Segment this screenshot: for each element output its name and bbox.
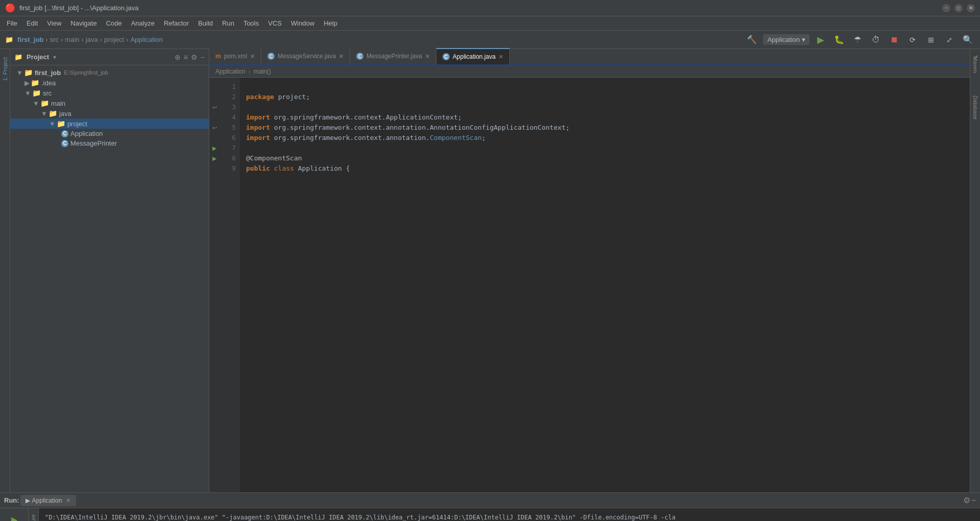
run-label: Run: [4, 496, 19, 504]
code-breadcrumb-method[interactable]: main() [254, 68, 271, 75]
tree-item-java[interactable]: ▼ 📁 java [10, 108, 209, 119]
sync-button[interactable]: ⟳ [905, 33, 920, 47]
app-logo: 🔴 [5, 3, 15, 13]
tree-item-application[interactable]: C Application [10, 129, 209, 138]
tree-scope-btn[interactable]: ⊕ [175, 53, 181, 61]
code-breadcrumb: Application › main() [209, 65, 970, 78]
menu-code[interactable]: Code [102, 17, 126, 29]
search-button[interactable]: 🔍 [961, 33, 975, 47]
menu-analyze[interactable]: Analyze [127, 17, 159, 29]
run-button[interactable]: ▶ [814, 33, 828, 47]
tree-messageprinter-label: MessagePrinter [70, 139, 117, 147]
file-tree-folder-icon: 📁 [14, 53, 22, 61]
menu-tools[interactable]: Tools [239, 17, 263, 29]
tree-root-path: E:\Spring\first_job [64, 69, 108, 76]
tab-messageprinter[interactable]: C MessagePrinter.java ✕ [350, 48, 436, 64]
breadcrumb-project[interactable]: project [104, 36, 124, 43]
layout-button[interactable]: ⊞ [924, 33, 938, 47]
close-messageprinter-tab[interactable]: ✕ [425, 53, 430, 60]
menu-navigate[interactable]: Navigate [66, 17, 101, 29]
menu-view[interactable]: View [43, 17, 65, 29]
code-gutter: ↩ ↩ ▶ ▶ [209, 78, 219, 492]
code-editor[interactable]: ↩ ↩ ▶ ▶ 1 2 3 4 5 6 7 8 9 package p [209, 78, 970, 492]
close-application-tab[interactable]: ✕ [499, 54, 503, 60]
tree-item-src[interactable]: ▼ 📁 src [10, 88, 209, 98]
close-pom-tab[interactable]: ✕ [250, 53, 255, 60]
breadcrumb-src[interactable]: src [50, 36, 59, 43]
breadcrumb-java[interactable]: java [86, 36, 98, 43]
tree-project-label: project [67, 120, 87, 128]
breadcrumb-first-job[interactable]: first_job [17, 36, 43, 43]
menu-run[interactable]: Run [218, 17, 238, 29]
run-tab-icon: ▶ [26, 497, 30, 504]
gutter-line-6 [209, 133, 219, 143]
left-tab-strip: 1: Project [0, 49, 10, 492]
tree-project-expand: ▼ [49, 120, 56, 128]
bottom-panel: Run: ▶ Application ✕ ⚙ − ▶ ↑ ⏹ ↓ ⇌ ⊞ ⇥ 🖨… [0, 492, 980, 521]
menu-window[interactable]: Window [287, 17, 318, 29]
editor-tabs-bar: m pom.xml ✕ C MessageService.java ✕ C Me… [209, 49, 970, 65]
title-bar: 🔴 first_job [...\first_job] - ...\Applic… [0, 0, 980, 16]
tab-messageprinter-label: MessagePrinter.java [366, 53, 422, 60]
tree-root[interactable]: ▼ 📁 first_job E:\Spring\first_job [10, 67, 209, 78]
minimize-button[interactable]: − [942, 4, 950, 12]
run-config-dropdown[interactable]: Application ▾ [763, 34, 810, 45]
tree-item-idea[interactable]: ▶ 📁 .idea [10, 78, 209, 88]
menu-help[interactable]: Help [320, 17, 341, 29]
idea-folder-icon: 📁 [31, 79, 39, 87]
tree-item-messageprinter[interactable]: C MessagePrinter [10, 138, 209, 148]
menu-edit[interactable]: Edit [22, 17, 42, 29]
debug-button[interactable]: 🐛 [832, 33, 846, 47]
code-breadcrumb-class[interactable]: Application [215, 68, 246, 75]
structure-panel-label[interactable]: Z: Structure [30, 510, 37, 521]
tree-settings-btn[interactable]: ⚙ [191, 53, 198, 61]
file-tree-title: Project [27, 53, 49, 61]
breadcrumb-application[interactable]: Application [130, 36, 163, 43]
stop-button[interactable]: ⏹ [887, 33, 901, 47]
tree-root-label: first_job [35, 69, 61, 77]
tab-messageservice[interactable]: C MessageService.java ✕ [261, 48, 350, 64]
project-panel-tab[interactable]: 1: Project [1, 53, 9, 85]
tree-item-project[interactable]: ▼ 📁 project [10, 119, 209, 129]
tab-pom-xml[interactable]: m pom.xml ✕ [209, 48, 261, 64]
menu-file[interactable]: File [3, 17, 21, 29]
close-button[interactable]: ✕ [967, 4, 975, 12]
expand-button[interactable]: ⤢ [942, 33, 957, 47]
tree-header-arrow[interactable]: ▾ [53, 54, 56, 61]
gutter-line-8: ▶ [209, 153, 219, 163]
tree-item-main[interactable]: ▼ 📁 main [10, 98, 209, 108]
run-minimize-btn[interactable]: − [971, 496, 976, 505]
editor-area: m pom.xml ✕ C MessageService.java ✕ C Me… [209, 49, 970, 492]
pom-icon: m [215, 53, 221, 60]
menu-vcs[interactable]: VCS [264, 17, 286, 29]
code-content[interactable]: package project; import org.springframew… [240, 78, 970, 492]
tree-hide-btn[interactable]: − [201, 53, 205, 61]
breadcrumb-main[interactable]: main [65, 36, 79, 43]
close-run-tab[interactable]: ✕ [66, 497, 71, 504]
project-folder-icon: 📁 [57, 120, 65, 128]
menu-refactor[interactable]: Refactor [160, 17, 193, 29]
run-output-area: ▶ ↑ ⏹ ↓ ⇌ ⊞ ⇥ 🖨 🗑 Z: Structure 2: Favori… [0, 508, 980, 521]
tree-collapse-btn[interactable]: ≡ [184, 53, 188, 61]
gutter-line-1 [209, 82, 219, 92]
maximize-button[interactable]: □ [954, 4, 963, 12]
run-application-tab[interactable]: ▶ Application ✕ [20, 495, 77, 506]
profile-button[interactable]: ⏱ [869, 33, 883, 47]
tab-pom-label: pom.xml [224, 53, 247, 60]
application-java-icon: C [61, 130, 68, 137]
main-folder-icon: 📁 [40, 99, 49, 107]
toolbar: 📁 first_job › src › main › java › projec… [0, 31, 980, 49]
tab-application[interactable]: C Application.java ✕ [436, 48, 510, 64]
menu-build[interactable]: Build [194, 17, 217, 29]
database-panel-tab[interactable]: Database [971, 90, 979, 125]
tree-root-expand: ▼ [16, 69, 23, 77]
src-folder-icon: 📁 [32, 89, 41, 97]
run-settings-btn[interactable]: ⚙ [963, 495, 970, 505]
coverage-button[interactable]: ☂ [850, 33, 865, 47]
java-folder-icon: 📁 [48, 109, 57, 117]
run-restart-btn[interactable]: ▶ [7, 512, 21, 521]
root-folder-icon: 📁 [24, 68, 33, 77]
run-line-cmd: "D:\IDEA\IntelliJ IDEA 2019.2\jbr\bin\ja… [45, 512, 974, 521]
close-messageservice-tab[interactable]: ✕ [339, 53, 344, 60]
gutter-line-5: ↩ [209, 123, 219, 133]
